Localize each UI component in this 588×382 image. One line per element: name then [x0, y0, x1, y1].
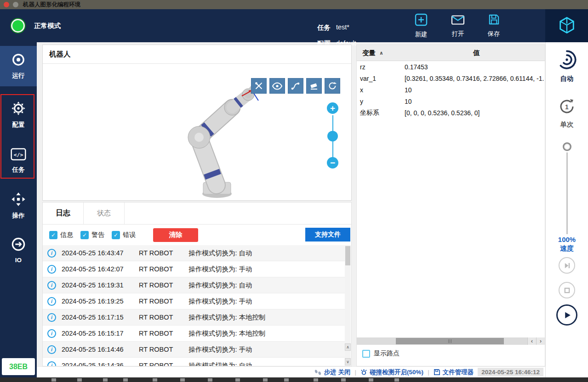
- task-meta: 任务 test*: [317, 23, 349, 32]
- task-value: test*: [336, 23, 349, 32]
- variable-row[interactable]: var_1 [0.3261, 0.35348, 0.73416, 2.72866…: [357, 73, 545, 84]
- log-message: 操作模式切换为: 手动: [188, 297, 345, 306]
- single-run-button[interactable]: 1 单次: [546, 97, 588, 129]
- window-close-button[interactable]: [4, 2, 9, 7]
- robot-3d-viewport[interactable]: + −: [43, 64, 351, 201]
- speed-slider-track[interactable]: [566, 152, 568, 234]
- log-entry-row[interactable]: i 2024-05-25 16:43:47 RT ROBOT 操作模式切换为: …: [43, 245, 345, 261]
- speed-slider-handle[interactable]: [563, 142, 571, 151]
- variable-row[interactable]: y 10: [357, 96, 545, 107]
- collision-detection-status[interactable]: 碰撞检测开启(50%): [360, 368, 423, 376]
- taskbar-thumbnail[interactable]: [263, 378, 268, 382]
- scroll-right-button[interactable]: ›: [536, 337, 545, 345]
- task-label: 任务: [317, 23, 331, 32]
- zoom-in-button[interactable]: +: [327, 102, 338, 114]
- file-manager-icon: [434, 369, 440, 376]
- taskbar-thumbnail[interactable]: [394, 378, 399, 382]
- taskbar-thumbnail[interactable]: [235, 378, 240, 382]
- info-icon: i: [47, 345, 56, 354]
- window-minimize-button[interactable]: [13, 2, 18, 7]
- log-timestamp: 2024-05-25 16:15:17: [62, 330, 139, 337]
- robot-panel-title: 机器人: [43, 45, 351, 64]
- taskbar-thumbnail[interactable]: [208, 378, 212, 382]
- tab-status[interactable]: 状态: [84, 202, 125, 224]
- clear-log-button[interactable]: 清除: [153, 228, 198, 242]
- filter-info-checkbox[interactable]: ✓ 信息: [49, 231, 73, 239]
- sidebar-item-run[interactable]: 运行: [0, 46, 37, 86]
- variable-row[interactable]: rz 0.17453: [357, 61, 545, 73]
- auto-mode-button[interactable]: 自动: [546, 50, 588, 83]
- app-logo: [545, 9, 588, 42]
- zoom-slider-handle[interactable]: [327, 131, 338, 141]
- variables-column-label: 变量: [362, 49, 376, 57]
- variables-horizontal-scrollbar[interactable]: ‹ ›: [357, 337, 545, 345]
- mode-label: 正常模式: [34, 9, 61, 42]
- support-files-button[interactable]: 支持文件: [305, 228, 350, 242]
- info-icon: i: [47, 249, 56, 258]
- variables-panel: 变量 ∧ 值 rz 0.17453 var_1 [0.3261, 0.35348…: [356, 45, 545, 366]
- status-badge: 38EB: [2, 358, 35, 375]
- log-message: 操作模式切换为: 本地控制: [188, 313, 345, 322]
- zoom-out-button[interactable]: −: [327, 157, 338, 169]
- log-scrollbar-thumb[interactable]: [345, 246, 350, 265]
- filter-error-checkbox[interactable]: ✓ 错误: [112, 231, 136, 239]
- normal-mode-indicator: [11, 19, 25, 33]
- step-forward-button[interactable]: [559, 257, 575, 274]
- variable-row[interactable]: x 10: [357, 84, 545, 96]
- show-waypoints-toggle[interactable]: 显示路点: [362, 349, 400, 358]
- play-button[interactable]: [556, 304, 577, 326]
- step-mode-status[interactable]: 步进 关闭: [314, 368, 351, 376]
- speed-value: 100%: [546, 235, 588, 244]
- taskbar-thumbnail[interactable]: [153, 378, 157, 382]
- save-button[interactable]: 保存: [480, 13, 508, 38]
- log-entry-row[interactable]: i 2024-05-25 16:14:46 RT ROBOT 操作模式切换为: …: [43, 342, 345, 358]
- log-entry-row[interactable]: i 2024-05-25 16:19:31 RT ROBOT 操作模式切换为: …: [43, 277, 345, 293]
- tab-log[interactable]: 日志: [43, 202, 84, 224]
- log-timestamp: 2024-05-25 16:19:31: [62, 281, 139, 289]
- log-message: 操作模式切换为: 手动: [188, 345, 345, 354]
- log-entry-row[interactable]: i 2024-05-25 16:14:36 RT ROBOT 操作模式切换为: …: [43, 358, 345, 366]
- taskbar-thumbnail[interactable]: [284, 378, 289, 382]
- scroll-down-button[interactable]: ∨: [345, 358, 351, 365]
- io-circle-arrow-icon: [11, 237, 26, 253]
- scroll-up-button[interactable]: ∧: [345, 343, 351, 351]
- log-entry-row[interactable]: i 2024-05-25 16:15:17 RT ROBOT 操作模式切换为: …: [43, 326, 345, 342]
- annotation-rectangle: [0, 94, 34, 179]
- variables-list: rz 0.17453 var_1 [0.3261, 0.35348, 0.734…: [357, 61, 545, 118]
- visibility-eye-button[interactable]: [269, 78, 285, 94]
- log-entry-row[interactable]: i 2024-05-25 16:42:07 RT ROBOT 操作模式切换为: …: [43, 261, 345, 277]
- robot-3d-panel: 机器人: [42, 45, 352, 201]
- sidebar-item-operate[interactable]: 操作: [0, 187, 37, 224]
- variables-header: 变量 ∧ 值: [357, 45, 545, 61]
- file-manager-button[interactable]: 文件管理器: [434, 368, 474, 376]
- taskbar-thumbnail[interactable]: [180, 378, 185, 382]
- stop-button[interactable]: [559, 282, 575, 298]
- status-bar: 步进 关闭 | 碰撞检测开启(50%) | 文件管理器 2024-05-25 1…: [37, 366, 545, 377]
- taskbar-thumbnail[interactable]: [341, 378, 346, 382]
- variable-row[interactable]: 坐标系 [0, 0, 0, 0.5236, 0.5236, 0]: [357, 107, 545, 118]
- collapse-caret-icon[interactable]: ∧: [379, 50, 383, 56]
- taskbar-thumbnail[interactable]: [77, 378, 82, 382]
- new-button[interactable]: 新建: [407, 13, 435, 39]
- taskbar-thumbnail[interactable]: [103, 378, 108, 382]
- eraser-button[interactable]: [306, 78, 322, 94]
- filter-warning-checkbox[interactable]: ✓ 警告: [80, 231, 104, 239]
- scroll-left-button[interactable]: ‹: [527, 337, 536, 345]
- taskbar-thumbnail[interactable]: [369, 378, 373, 382]
- taskbar-thumbnail[interactable]: [123, 378, 128, 382]
- clock-readout: 2024-05-25 16:46:12: [478, 368, 543, 376]
- taskbar-thumbnail[interactable]: [51, 378, 56, 382]
- open-button[interactable]: 打开: [444, 13, 472, 38]
- taskbar-thumbnail[interactable]: [314, 378, 318, 382]
- log-entry-row[interactable]: i 2024-05-25 16:19:25 RT ROBOT 操作模式切换为: …: [43, 293, 345, 309]
- sidebar-item-io[interactable]: IO: [0, 232, 37, 269]
- log-entry-row[interactable]: i 2024-05-25 16:17:15 RT ROBOT 操作模式切换为: …: [43, 309, 345, 326]
- tools-button[interactable]: [251, 78, 267, 94]
- zoom-control: + −: [321, 64, 344, 201]
- right-control-bar: 自动 1 单次 100% 速度: [545, 42, 588, 377]
- log-scrollbar[interactable]: ∧ ∨: [345, 245, 351, 365]
- auto-spiral-icon: [557, 50, 577, 72]
- variable-name: rz: [357, 63, 405, 71]
- hscroll-thumb[interactable]: [396, 338, 504, 344]
- path-button[interactable]: [288, 78, 303, 94]
